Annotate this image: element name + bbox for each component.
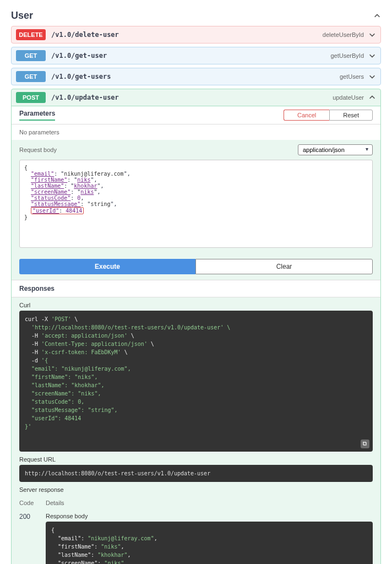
server-response-label: Server response [19,486,373,493]
method-badge: GET [16,71,46,82]
operation-id: updateUser [333,94,364,101]
chevron-down-icon [368,31,376,39]
operation-id: deleteUserById [323,31,364,38]
code-header: Code [19,500,46,506]
content-type-select[interactable]: application/json [298,144,373,155]
section-header[interactable]: User [11,6,381,26]
endpoint-path: /v1.0/get-users [51,73,340,80]
svg-rect-1 [363,442,366,444]
curl-label: Curl [19,302,373,308]
request-body-bar: Request body application/json [12,140,380,160]
parameters-bar: Parameters Cancel Reset [12,106,380,124]
request-url-label: Request URL [19,456,373,463]
section-title: User [11,10,33,21]
curl-block[interactable]: curl -X 'POST' \ 'http://localhost:8080/… [19,311,373,452]
response-body-block[interactable]: { "email": "nikunj@liferay.com", "firstN… [46,522,373,564]
operation-id: getUsers [340,73,364,80]
chevron-down-icon [368,52,376,59]
no-parameters-text: No parameters [12,124,380,140]
chevron-down-icon [368,73,376,80]
request-url-block[interactable]: http://localhost:8080/o/test-rest-users/… [19,465,373,482]
endpoint-update-user: POST /v1.0/update-user updateUser Parame… [11,89,381,564]
operation-id: getUserById [330,52,364,59]
responses-label: Responses [12,280,380,297]
endpoint-delete-user[interactable]: DELETE /v1.0/delete-user deleteUserById [11,26,381,44]
endpoint-get-users[interactable]: GET /v1.0/get-users getUsers [11,68,381,85]
clear-button[interactable]: Clear [195,259,373,274]
endpoint-path: /v1.0/update-user [51,94,333,101]
chevron-up-icon [368,94,376,101]
endpoint-header[interactable]: POST /v1.0/update-user updateUser [12,89,380,106]
endpoint-path: /v1.0/get-user [51,52,330,59]
svg-rect-0 [364,443,367,446]
copy-icon[interactable] [361,440,369,448]
response-body-label: Response body [46,513,373,519]
cancel-button[interactable]: Cancel [284,110,329,121]
method-badge: GET [16,50,46,61]
chevron-up-icon [373,12,381,20]
endpoint-get-user[interactable]: GET /v1.0/get-user getUserById [11,47,381,64]
reset-button[interactable]: Reset [329,110,373,121]
response-table: Code Details 200 Response body { "email"… [12,495,380,564]
request-body-editor[interactable]: { "email": "nikunj@liferay.com", "firstN… [19,160,373,248]
parameters-label: Parameters [19,110,55,121]
method-badge: POST [16,92,46,103]
method-badge: DELETE [16,29,46,40]
endpoint-body: Parameters Cancel Reset No parameters Re… [12,106,380,564]
request-body-label: Request body [19,147,57,153]
endpoint-path: /v1.0/delete-user [51,31,323,39]
execute-button[interactable]: Execute [19,259,195,274]
details-header: Details [46,500,373,506]
status-code: 200 [19,513,46,564]
